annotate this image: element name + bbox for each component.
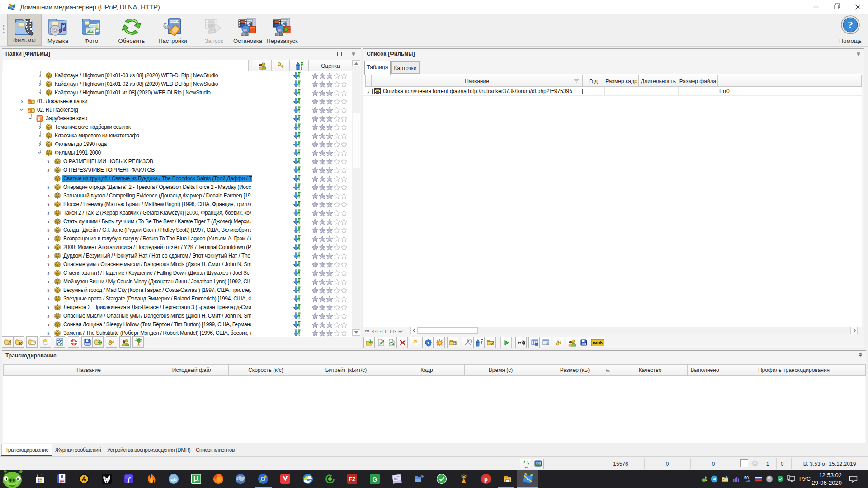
svg-text:IMDb: IMDb — [593, 341, 603, 345]
svg-text:p: p — [484, 476, 488, 483]
svg-text:G: G — [373, 476, 377, 483]
svg-text:qb: qb — [170, 477, 177, 482]
svg-text:i: i — [428, 341, 429, 345]
svg-text:50: 50 — [744, 475, 749, 480]
svg-text:FZ: FZ — [349, 476, 356, 483]
svg-text:?: ? — [848, 19, 853, 31]
